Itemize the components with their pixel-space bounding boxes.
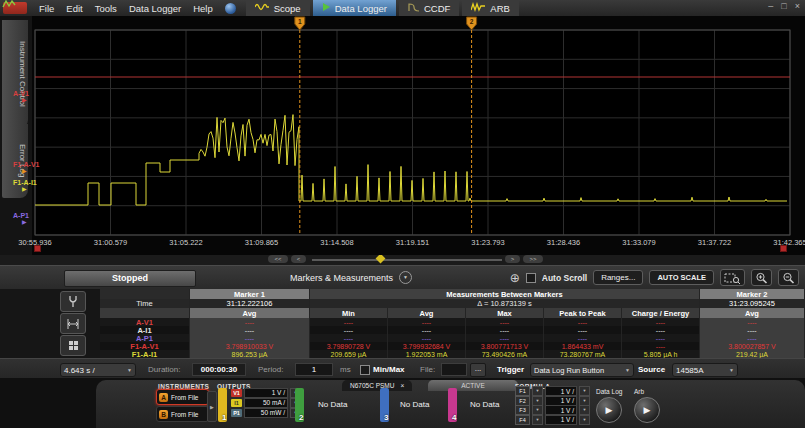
marker1-col-header: Avg — [190, 308, 310, 318]
formula-f3-chip[interactable]: F3 — [515, 405, 530, 415]
formula-f4-chip[interactable]: F4 — [515, 415, 530, 425]
instrument-panel-surface: INSTRUMENTS OUTPUTS N6705C PSMU × ACTIVE… — [96, 380, 805, 428]
autoscale-button[interactable]: AUTO SCALE — [649, 270, 714, 285]
row-value: ---- — [544, 318, 622, 326]
chevron-down-icon[interactable]: ▼ — [532, 405, 543, 415]
benchvue-icon — [225, 3, 236, 14]
view-selector[interactable]: Markers & Measurements ▼ — [290, 271, 412, 284]
zoom-region-button[interactable] — [720, 269, 745, 286]
zoom-out-button[interactable] — [778, 269, 799, 286]
menu-item-help[interactable]: Help — [187, 2, 219, 15]
crosshair-icon[interactable]: ⊕ — [510, 271, 520, 285]
menu-item-file[interactable]: File — [33, 2, 60, 15]
markers-button[interactable] — [60, 313, 86, 334]
x-tick-label: 31:05.222 — [169, 238, 202, 247]
close-icon[interactable]: × — [400, 382, 404, 389]
tab-ccdf[interactable]: CCDF — [399, 0, 459, 16]
tools-button[interactable] — [60, 291, 86, 312]
run-button-arb[interactable]: ▶ — [634, 397, 660, 423]
x-tick-label: 31:28.436 — [547, 238, 580, 247]
tab-label: ARB — [490, 3, 510, 14]
markers-icon — [66, 318, 80, 330]
minmax-checkbox[interactable] — [360, 365, 370, 375]
measurements-table: Marker 1Measurements Between MarkersMark… — [100, 289, 805, 358]
row-label: F1-A-I1 — [100, 350, 190, 358]
row-value: 1.922053 mA — [388, 350, 466, 358]
marker2-time: 31:23.095245 — [700, 299, 805, 308]
tab-arb[interactable]: ARB — [462, 0, 519, 16]
marker-handle-2[interactable]: 2 — [467, 17, 477, 30]
minimize-button[interactable]: – — [768, 1, 773, 11]
zoom-in-button[interactable] — [751, 269, 772, 286]
side-tab-instrument-control[interactable]: Instrument Control — [2, 20, 28, 128]
x-tick-label: 31:33.079 — [622, 238, 655, 247]
run-button-data-log[interactable]: ▶ — [596, 397, 622, 423]
grid-view-button[interactable] — [60, 335, 86, 356]
markers-delta: Δ = 10.873139 s — [310, 299, 700, 308]
chart-plot[interactable]: 12 30:55.93631:00.57931:05.22231:09.8653… — [32, 16, 805, 255]
tab-scope[interactable]: Scope — [246, 0, 310, 16]
menu-item-edit[interactable]: Edit — [60, 2, 88, 15]
ranges-button[interactable]: Ranges... — [593, 270, 643, 285]
row-value: 3.800771713 V — [466, 342, 544, 350]
col-header: Charge / Energy — [622, 308, 700, 318]
instruments-expander[interactable]: ▶ — [207, 391, 217, 422]
channel-4-nodata: No Data — [470, 400, 499, 409]
trigger-select[interactable]: Data Log Run Button▼ — [530, 363, 634, 377]
tab-data-logger[interactable]: Data Logger — [313, 0, 396, 16]
duration-field[interactable]: 000:00:30 — [192, 363, 246, 376]
browse-button[interactable]: ... — [470, 363, 486, 377]
chart-toolbar: Stopped Markers & Measurements ▼ ⊕ Auto … — [0, 265, 805, 290]
chevron-down-icon[interactable]: ▼ — [579, 405, 590, 415]
row-value: 896.253 µA — [190, 350, 310, 358]
measurements-table-section: Marker 1Measurements Between MarkersMark… — [0, 289, 805, 358]
tab-label: CCDF — [424, 3, 450, 14]
trace-label: A-P1 — [13, 212, 29, 219]
row-value: 3.799932684 V — [388, 342, 466, 350]
output-i1-scale-select[interactable]: 50 mA / — [244, 398, 288, 408]
period-input[interactable] — [295, 363, 333, 376]
auto-scroll-checkbox[interactable] — [526, 273, 536, 283]
formula-f1-chip[interactable]: F1 — [515, 386, 530, 396]
row-value: 73.490426 mA — [466, 350, 544, 358]
instrument-b[interactable]: BFrom File — [156, 406, 209, 422]
wrench-icon — [67, 295, 79, 308]
scroll-track[interactable] — [312, 259, 502, 261]
formula-f1-scale-select[interactable]: 1 V / — [545, 386, 577, 396]
row-value: 219.42 µA — [700, 350, 805, 358]
table-corner — [100, 289, 190, 299]
play-icon: ▶ — [606, 405, 613, 415]
instrument-a[interactable]: AFrom File — [156, 389, 209, 405]
chevron-down-icon[interactable]: ▼ — [399, 271, 412, 284]
record-start-marker — [34, 245, 41, 252]
restore-button[interactable]: □ — [781, 1, 786, 11]
device-tab[interactable]: N6705C PSMU × — [342, 380, 412, 391]
output-p1-scale-select[interactable]: 50 mW / — [244, 408, 288, 418]
timescale-select[interactable]: 4.643 s /▼ — [60, 363, 136, 377]
col-header: Max — [466, 308, 544, 318]
menu-item-data-logger[interactable]: Data Logger — [123, 2, 187, 15]
chevron-down-icon[interactable]: ▼ — [579, 386, 590, 396]
chevron-down-icon[interactable]: ▼ — [579, 415, 590, 425]
file-input[interactable] — [441, 363, 467, 376]
active-tab[interactable]: ACTIVE — [428, 380, 518, 391]
chevron-down-icon[interactable]: ▼ — [579, 396, 590, 406]
formula-f4-scale-select[interactable]: 1 V / — [545, 415, 577, 425]
chevron-down-icon[interactable]: ▼ — [532, 415, 543, 425]
formula-f2-chip[interactable]: F2 — [515, 396, 530, 406]
row-value: ---- — [544, 326, 622, 334]
formula-f2-scale-select[interactable]: 1 V / — [545, 396, 577, 406]
row-value: 3.79890728 V — [310, 342, 388, 350]
row-value: ---- — [466, 334, 544, 342]
chevron-down-icon: ▼ — [127, 367, 132, 373]
time-header: Time — [100, 299, 190, 308]
marker-handle-1[interactable]: 1 — [295, 17, 305, 30]
chevron-down-icon[interactable]: ▼ — [532, 386, 543, 396]
chevron-down-icon[interactable]: ▼ — [532, 396, 543, 406]
output-v1-scale-select[interactable]: 1 V / — [244, 388, 288, 398]
close-button[interactable]: × — [795, 1, 800, 11]
tab-label: Scope — [274, 3, 301, 14]
formula-f3-scale-select[interactable]: 1 V / — [545, 405, 577, 415]
menu-item-tools[interactable]: Tools — [89, 2, 123, 15]
source-select[interactable]: 14585A▼ — [672, 363, 738, 377]
